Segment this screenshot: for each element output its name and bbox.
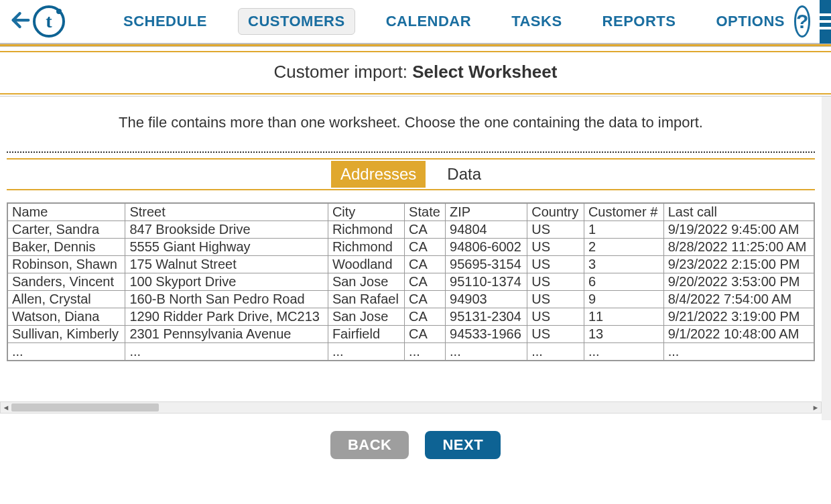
table-row[interactable]: Sullivan, Kimberly2301 Pennsylvania Aven…	[7, 326, 814, 343]
dotted-divider	[7, 151, 815, 153]
hamburger-menu-button[interactable]	[820, 0, 831, 44]
table-cell: 9/19/2022 9:45:00 AM	[663, 221, 814, 239]
table-cell: US	[527, 256, 584, 273]
next-button[interactable]: NEXT	[425, 431, 501, 459]
svg-text:t: t	[46, 11, 52, 32]
table-cell: US	[527, 308, 584, 326]
table-cell: ...	[663, 343, 814, 361]
table-cell: 5555 Giant Highway	[125, 239, 328, 256]
nav-item-customers[interactable]: CUSTOMERS	[238, 8, 355, 35]
table-cell: Baker, Dennis	[7, 239, 125, 256]
svg-rect-5	[820, 20, 831, 23]
column-header: Country	[527, 203, 584, 221]
table-cell: 94533-1966	[446, 326, 527, 343]
scroll-thumb[interactable]	[11, 403, 159, 412]
table-cell: CA	[405, 308, 446, 326]
table-cell: ...	[7, 343, 125, 361]
table-cell: 1290 Ridder Park Drive, MC213	[125, 308, 328, 326]
table-cell: US	[527, 273, 584, 291]
table-cell: 9/1/2022 10:48:00 AM	[663, 326, 814, 343]
table-cell: 1	[584, 221, 663, 239]
table-cell: 95110-1374	[446, 273, 527, 291]
svg-rect-6	[820, 27, 831, 29]
table-cell: Allen, Crystal	[7, 291, 125, 308]
table-cell: US	[527, 291, 584, 308]
preview-table: NameStreetCityStateZIPCountryCustomer #L…	[7, 202, 815, 361]
table-row[interactable]: Watson, Diana1290 Ridder Park Drive, MC2…	[7, 308, 814, 326]
svg-point-2	[56, 9, 62, 14]
table-cell: San Jose	[328, 308, 404, 326]
table-cell: 95695-3154	[446, 256, 527, 273]
table-row[interactable]: Carter, Sandra847 Brookside DriveRichmon…	[7, 221, 814, 239]
table-cell: San Jose	[328, 273, 404, 291]
table-body: Carter, Sandra847 Brookside DriveRichmon…	[7, 221, 814, 361]
preview-table-container: NameStreetCityStateZIPCountryCustomer #L…	[7, 202, 815, 361]
table-cell: CA	[405, 256, 446, 273]
table-cell: Fairfield	[328, 326, 404, 343]
top-bar: t SCHEDULECUSTOMERSCALENDARTASKSREPORTSO…	[0, 0, 831, 44]
column-header: State	[405, 203, 446, 221]
table-cell: Woodland	[328, 256, 404, 273]
table-cell: 9/21/2022 3:19:00 PM	[663, 308, 814, 326]
table-cell: ...	[125, 343, 328, 361]
back-button[interactable]: BACK	[330, 431, 409, 459]
table-cell: ...	[446, 343, 527, 361]
table-cell: 2	[584, 239, 663, 256]
divider	[0, 93, 831, 94]
back-arrow-icon[interactable]	[0, 9, 32, 34]
table-cell: ...	[527, 343, 584, 361]
app-logo-icon: t	[32, 5, 66, 38]
page-title: Customer import: Select Worksheet	[0, 52, 831, 93]
table-cell: 8/4/2022 7:54:00 AM	[663, 291, 814, 308]
table-cell: 100 Skyport Drive	[125, 273, 328, 291]
table-cell: 6	[584, 273, 663, 291]
table-cell: CA	[405, 239, 446, 256]
table-cell: Richmond	[328, 239, 404, 256]
help-button[interactable]: ?	[794, 5, 810, 38]
scroll-right-icon[interactable]: ►	[810, 402, 821, 413]
horizontal-scrollbar[interactable]: ◄ ►	[0, 401, 822, 414]
nav-item-calendar[interactable]: CALENDAR	[377, 9, 481, 34]
page-title-main: Select Worksheet	[412, 62, 557, 82]
column-header: ZIP	[446, 203, 527, 221]
table-cell: Sanders, Vincent	[7, 273, 125, 291]
nav-item-tasks[interactable]: TASKS	[502, 9, 571, 34]
worksheet-tab-bar: AddressesData	[7, 158, 815, 190]
table-cell: 2301 Pennsylvania Avenue	[125, 326, 328, 343]
table-header-row: NameStreetCityStateZIPCountryCustomer #L…	[7, 203, 814, 221]
table-cell: 13	[584, 326, 663, 343]
wizard-footer: BACK NEXT	[0, 420, 831, 470]
table-cell: 847 Brookside Drive	[125, 221, 328, 239]
column-header: Customer #	[584, 203, 663, 221]
table-row[interactable]: Allen, Crystal160-B North San Pedro Road…	[7, 291, 814, 308]
table-cell: 8/28/2022 11:25:00 AM	[663, 239, 814, 256]
table-cell: Richmond	[328, 221, 404, 239]
table-cell: ...	[328, 343, 404, 361]
svg-rect-4	[820, 13, 831, 16]
nav-item-reports[interactable]: REPORTS	[593, 9, 686, 34]
column-header: Street	[125, 203, 328, 221]
table-cell: 95131-2304	[446, 308, 527, 326]
nav-item-schedule[interactable]: SCHEDULE	[114, 9, 216, 34]
main-nav: SCHEDULECUSTOMERSCALENDARTASKSREPORTSOPT…	[66, 8, 794, 35]
table-row[interactable]: ........................	[7, 343, 814, 361]
table-cell: 11	[584, 308, 663, 326]
divider	[0, 46, 831, 47]
table-cell: Watson, Diana	[7, 308, 125, 326]
table-cell: CA	[405, 273, 446, 291]
table-row[interactable]: Robinson, Shawn175 Walnut StreetWoodland…	[7, 256, 814, 273]
table-cell: 9/23/2022 2:15:00 PM	[663, 256, 814, 273]
table-cell: Robinson, Shawn	[7, 256, 125, 273]
table-row[interactable]: Baker, Dennis5555 Giant HighwayRichmondC…	[7, 239, 814, 256]
table-row[interactable]: Sanders, Vincent100 Skyport DriveSan Jos…	[7, 273, 814, 291]
table-cell: 175 Walnut Street	[125, 256, 328, 273]
nav-item-options[interactable]: OPTIONS	[706, 9, 794, 34]
worksheet-tab-data[interactable]: Data	[438, 161, 491, 188]
table-cell: US	[527, 221, 584, 239]
worksheet-tab-addresses[interactable]: Addresses	[331, 161, 426, 188]
table-cell: ...	[405, 343, 446, 361]
scroll-left-icon[interactable]: ◄	[1, 402, 11, 413]
table-cell: CA	[405, 221, 446, 239]
column-header: City	[328, 203, 404, 221]
table-cell: ...	[584, 343, 663, 361]
